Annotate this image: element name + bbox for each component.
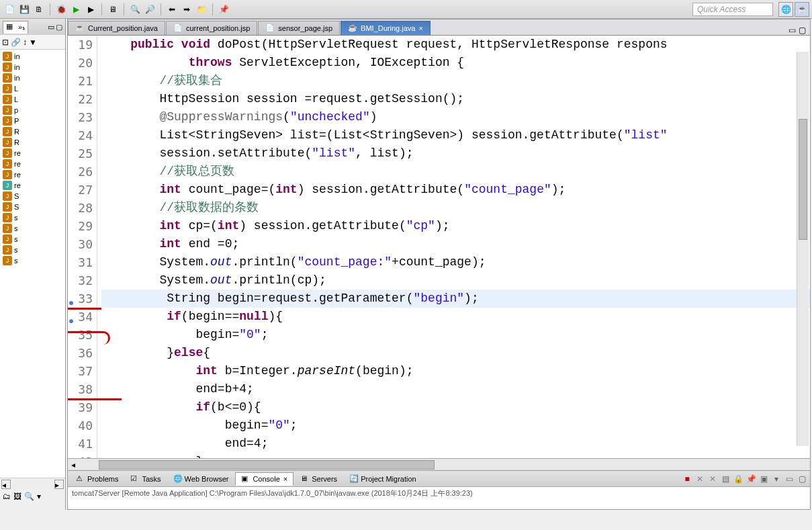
save-all-button[interactable]: 🗎 (32, 3, 46, 16)
vscroll-thumb[interactable] (799, 119, 807, 240)
vertical-scrollbar[interactable] (797, 52, 809, 446)
console-tab-problems[interactable]: ⚠Problems (71, 473, 124, 485)
outline-item[interactable]: Jin (1, 73, 64, 83)
code-line[interactable]: begin="0"; (101, 416, 810, 435)
hscroll-left-button[interactable]: ◂ (68, 460, 79, 470)
hscroll-right-button[interactable]: ▸ (54, 480, 64, 489)
code-line[interactable]: int cp=(int) session.getAttribute("cp"); (101, 217, 810, 235)
code-line[interactable]: end=b+4; (101, 380, 810, 398)
line-number[interactable]: 29 (68, 217, 93, 235)
editor-tab-current_position-jsp[interactable]: 📄current_position.jsp (166, 21, 257, 35)
code-line[interactable]: int count_page=(int) session.getAttribut… (101, 181, 810, 199)
line-number[interactable]: 30 (68, 235, 93, 253)
hscroll-thumb[interactable] (99, 460, 435, 470)
outline-tab[interactable]: ▦ »₁ (3, 21, 28, 34)
link-editor-button[interactable]: 🔗 (11, 38, 21, 47)
code-line[interactable]: throws ServletException, IOException { (101, 54, 810, 72)
line-number[interactable]: 22 (68, 90, 93, 108)
line-gutter[interactable]: 1920212223242526272829303132333435363738… (68, 36, 97, 458)
filter-button[interactable]: ▼ (29, 38, 37, 47)
editor-tab-BMI_During-java[interactable]: ☕BMI_During.java× (341, 21, 431, 35)
line-number[interactable]: 40 (68, 416, 93, 435)
outline-list[interactable]: JinJinJinJLJLJpJPJRJRJreJreJreJreJSJSJsJ… (0, 50, 65, 478)
outline-item[interactable]: JL (1, 94, 64, 105)
line-number[interactable]: 24 (68, 126, 93, 144)
outline-item[interactable]: Jre (1, 148, 64, 159)
save-button[interactable]: 💾 (17, 3, 31, 16)
code-line[interactable]: } (101, 453, 810, 458)
code-content[interactable]: public void doPost(HttpServletRequest re… (97, 36, 810, 458)
run-button[interactable]: ▶ (69, 3, 83, 16)
clear-console-button[interactable]: ▤ (720, 474, 731, 484)
outline-item[interactable]: Js (1, 245, 64, 255)
line-number[interactable]: 20 (68, 54, 93, 72)
line-number[interactable]: 39 (68, 398, 93, 416)
code-line[interactable]: //获取数据的条数 (101, 199, 810, 217)
console-tab-servers[interactable]: 🖥Servers (295, 473, 343, 485)
new-server-button[interactable]: 🖥 (106, 3, 120, 16)
hscroll-left-button[interactable]: ◂ (1, 480, 11, 489)
outline-item[interactable]: Jre (1, 169, 64, 180)
line-number[interactable]: 41 (68, 435, 93, 453)
line-number[interactable]: 34 (68, 308, 93, 326)
code-line[interactable]: if(begin==null){ (101, 308, 810, 326)
hscroll-track[interactable] (12, 480, 53, 489)
code-line[interactable]: System.out.println(cp); (101, 271, 810, 290)
outline-item[interactable]: Js (1, 255, 64, 266)
code-line[interactable]: int end =0; (101, 235, 810, 253)
console-output[interactable]: tomcat7Server [Remote Java Application] … (68, 487, 810, 509)
outline-item[interactable]: Jp (1, 105, 64, 116)
open-console-button[interactable]: ▾ (771, 474, 782, 484)
line-number[interactable]: 21 (68, 72, 93, 90)
code-line[interactable]: end=4; (101, 435, 810, 453)
scroll-lock-button[interactable]: 🔒 (733, 474, 743, 484)
code-line[interactable]: }else{ (101, 344, 810, 362)
outline-item[interactable]: JP (1, 116, 64, 126)
line-number[interactable]: 33 (68, 290, 93, 308)
quick-access-input[interactable]: Quick Access (692, 3, 773, 16)
line-number[interactable]: 32 (68, 271, 93, 290)
pin-console-button[interactable]: 📌 (746, 474, 756, 484)
maximize-view-button[interactable]: ▢ (56, 23, 62, 32)
line-number[interactable]: 31 (68, 253, 93, 271)
code-line[interactable]: if(b<=0){ (101, 398, 810, 416)
editor-tab-Current_position-java[interactable]: ☕Current_position.java (68, 21, 165, 35)
outline-item[interactable]: JL (1, 83, 64, 94)
close-tab-button[interactable]: × (418, 24, 422, 32)
code-line[interactable]: int b=Integer.parseInt(begin); (101, 362, 810, 380)
line-number[interactable]: 28 (68, 199, 93, 217)
image-icon[interactable]: 🖼 (13, 492, 21, 501)
code-line[interactable]: //获取集合 (101, 72, 810, 90)
code-line[interactable]: session.setAttribute("list", list); (101, 144, 810, 163)
code-line[interactable]: //获取总页数 (101, 163, 810, 181)
sort-button[interactable]: ↕ (23, 38, 27, 47)
outline-item[interactable]: JR (1, 126, 64, 137)
min-button[interactable]: ▭ (784, 474, 795, 484)
outline-item[interactable]: JS (1, 202, 64, 212)
outline-item[interactable]: Jin (1, 62, 64, 73)
code-editor[interactable]: 1920212223242526272829303132333435363738… (68, 36, 810, 458)
line-number[interactable]: 23 (68, 108, 93, 126)
outline-item[interactable]: Js (1, 223, 64, 234)
max-button[interactable]: ▢ (797, 474, 807, 484)
code-line[interactable]: List<StringSeven> list=(List<StringSeven… (101, 126, 810, 144)
collapse-all-button[interactable]: ⊡ (2, 38, 9, 47)
back-button[interactable]: ⬅ (165, 3, 179, 16)
code-line[interactable]: public void doPost(HttpServletRequest re… (101, 36, 810, 54)
console-tab-console[interactable]: ▣Console× (235, 472, 294, 486)
minimize-view-button[interactable]: ▭ (48, 23, 54, 32)
debug-button[interactable]: 🐞 (54, 3, 68, 16)
nav-button[interactable]: 📁 (195, 3, 208, 16)
line-number[interactable]: 26 (68, 163, 93, 181)
display-console-button[interactable]: ▣ (758, 474, 769, 484)
line-number[interactable]: 36 (68, 344, 93, 362)
remove-launch-button[interactable]: ✕ (694, 474, 705, 484)
code-line[interactable]: String begin=request.getParameter("begin… (101, 290, 810, 308)
run-last-button[interactable]: ▶ (84, 3, 97, 16)
editor-tab-sensor_page-jsp[interactable]: 📄sensor_page.jsp (258, 21, 340, 35)
outline-item[interactable]: Js (1, 234, 64, 245)
horizontal-scrollbar[interactable]: ◂ (68, 458, 810, 470)
pin-button[interactable]: 📌 (217, 3, 230, 16)
perspective-jee-button[interactable]: 🌐 (778, 2, 793, 17)
console-tab-project-migration[interactable]: 🔄Project Migration (344, 473, 422, 485)
